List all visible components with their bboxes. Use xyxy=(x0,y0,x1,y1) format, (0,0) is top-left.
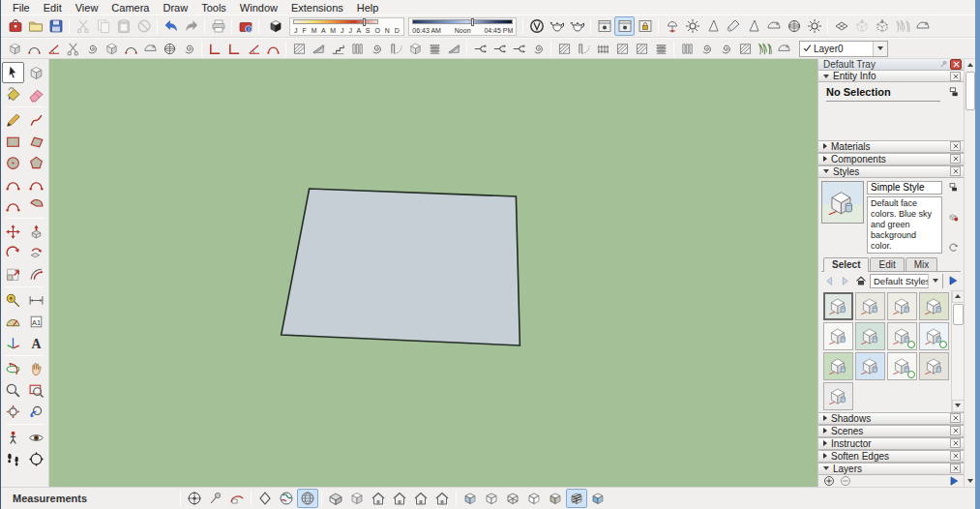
time-slider-handle[interactable] xyxy=(471,18,474,26)
render-interactive-icon[interactable] xyxy=(567,16,587,36)
export-proxy-icon[interactable] xyxy=(851,16,872,36)
omni-light-icon[interactable] xyxy=(682,16,702,36)
add-location-icon[interactable] xyxy=(184,489,205,508)
section-header-scenes[interactable]: Scenes xyxy=(818,425,964,437)
front-view-icon[interactable] xyxy=(368,489,389,508)
tray-scrollbar[interactable] xyxy=(964,59,975,487)
right-view-icon[interactable] xyxy=(389,489,410,508)
zoom-previous-tool-icon[interactable] xyxy=(25,401,47,422)
offset-tool-icon[interactable] xyxy=(25,263,47,284)
model-info-icon[interactable] xyxy=(235,16,255,36)
scroll-up-icon[interactable] xyxy=(952,290,965,303)
clipper-icon[interactable] xyxy=(912,16,933,36)
make-component-tool-icon[interactable] xyxy=(25,62,47,83)
scale-tool-icon[interactable] xyxy=(2,263,24,284)
dome-slice-icon[interactable] xyxy=(140,40,160,58)
section-header-materials[interactable]: Materials xyxy=(818,140,964,153)
shaded-mode-icon[interactable] xyxy=(587,489,609,508)
orient-compass-icon[interactable] xyxy=(254,489,276,508)
lock-camera-icon[interactable] xyxy=(635,16,655,36)
import-proxy-icon[interactable] xyxy=(872,16,892,36)
rectangle-light-icon[interactable] xyxy=(702,16,723,36)
tray-scroll-down-icon[interactable] xyxy=(965,475,976,487)
style-description[interactable]: Default face colors. Blue sky and green … xyxy=(867,196,942,254)
follow-me-tool-icon[interactable] xyxy=(25,242,47,263)
ramp-wedge-icon[interactable] xyxy=(444,40,463,58)
section-header-entity-info[interactable]: Entity Info xyxy=(818,70,964,82)
earth-view-icon[interactable] xyxy=(297,489,318,508)
bend-tube-icon[interactable] xyxy=(121,40,140,58)
style-thumb-4[interactable] xyxy=(919,292,949,320)
photo-textures-icon[interactable] xyxy=(226,489,248,508)
style-thumb-10[interactable] xyxy=(855,352,885,380)
left-view-icon[interactable] xyxy=(431,489,453,508)
cut-icon[interactable] xyxy=(73,16,93,36)
push-pull-tool-icon[interactable] xyxy=(25,221,47,242)
walk-tool-icon[interactable] xyxy=(2,448,24,469)
time-slider-track[interactable] xyxy=(412,19,513,24)
text-tool-icon[interactable] xyxy=(25,311,47,332)
render-icon[interactable] xyxy=(547,16,567,36)
red-angle-icon[interactable] xyxy=(244,40,263,58)
menu-draw[interactable]: Draw xyxy=(157,2,193,14)
layer-dropdown-arrow-icon[interactable] xyxy=(873,42,887,56)
top-view-icon[interactable] xyxy=(346,489,368,508)
month-slider-handle[interactable] xyxy=(363,18,366,26)
save-icon[interactable] xyxy=(45,16,66,36)
forward-arrow-icon[interactable] xyxy=(839,275,851,287)
window-frame-icon[interactable] xyxy=(593,40,612,58)
weave-hatch-icon[interactable] xyxy=(632,40,651,58)
move-tool-icon[interactable] xyxy=(2,221,24,242)
fold-panel-icon[interactable] xyxy=(386,40,405,58)
infinite-plane-icon[interactable] xyxy=(831,16,851,36)
fold-face-icon[interactable] xyxy=(5,40,24,58)
cut-weld-icon[interactable] xyxy=(63,40,82,58)
styles-scrollbar[interactable] xyxy=(951,290,964,412)
menu-view[interactable]: View xyxy=(70,2,104,14)
menu-camera[interactable]: Camera xyxy=(105,2,155,14)
section-close-button[interactable] xyxy=(950,426,961,435)
brick-hatch-icon[interactable] xyxy=(612,40,632,58)
add-layer-icon[interactable] xyxy=(823,475,835,486)
dimension-tool-icon[interactable] xyxy=(25,289,47,311)
style-thumb-7[interactable] xyxy=(887,322,917,350)
back-view-icon[interactable] xyxy=(410,489,431,508)
swirl-face-icon[interactable] xyxy=(716,40,735,58)
menu-help[interactable]: Help xyxy=(351,2,385,14)
hatch-diagonal-icon[interactable] xyxy=(554,40,574,58)
dome-light-icon[interactable] xyxy=(662,16,682,36)
arc-tool-icon[interactable] xyxy=(2,173,24,195)
zoom-tool-icon[interactable] xyxy=(2,379,24,401)
look-around-tool-icon[interactable] xyxy=(25,427,47,448)
eraser-tool-icon[interactable] xyxy=(25,83,47,105)
line-tool-icon[interactable] xyxy=(2,109,24,131)
style-name-input[interactable] xyxy=(867,181,942,195)
section-close-button[interactable] xyxy=(950,166,961,176)
tray-scrollbar-thumb[interactable] xyxy=(965,72,975,110)
flip-shape-icon[interactable] xyxy=(102,40,121,58)
wireframe-mode-icon[interactable] xyxy=(502,489,523,508)
paste-icon[interactable] xyxy=(113,16,134,36)
spot-light-icon[interactable] xyxy=(723,16,743,36)
swirl-cage-icon[interactable] xyxy=(697,40,716,58)
fur-icon[interactable] xyxy=(892,16,912,36)
tray-close-icon[interactable] xyxy=(950,59,962,70)
dome-arrow-icon[interactable] xyxy=(774,40,793,58)
print-icon[interactable] xyxy=(208,16,228,36)
zoom-window-tool-icon[interactable] xyxy=(25,379,47,401)
frame-buffer-history-icon[interactable] xyxy=(614,16,635,36)
path-branch-3-icon[interactable] xyxy=(509,40,528,58)
shelf-stack-icon[interactable] xyxy=(425,40,444,58)
hook-visor-icon[interactable] xyxy=(179,40,198,58)
scroll-down-icon[interactable] xyxy=(952,400,965,412)
stairs-build-icon[interactable] xyxy=(328,40,347,58)
section-header-layers[interactable]: Layers xyxy=(818,463,964,475)
pyramid-draft-icon[interactable] xyxy=(309,40,328,58)
points-on-curve-icon[interactable] xyxy=(24,40,44,58)
axes-tool-icon[interactable] xyxy=(2,332,24,353)
styles-collection-dropdown[interactable]: Default Styles xyxy=(870,274,943,288)
show-secondary-pane-icon[interactable] xyxy=(948,182,960,193)
drawing-canvas[interactable] xyxy=(49,59,817,487)
rotated-rectangle-tool-icon[interactable] xyxy=(25,131,47,152)
sun-light-icon[interactable] xyxy=(804,16,824,36)
